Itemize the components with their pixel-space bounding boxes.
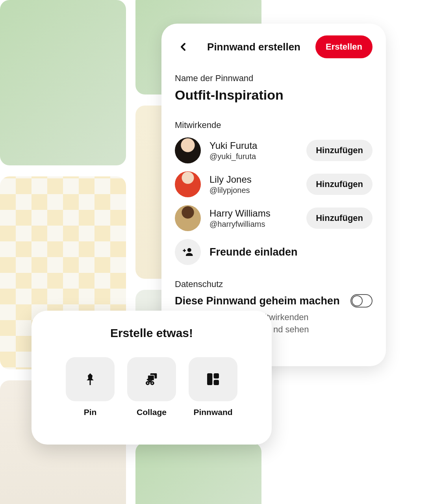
svg-rect-2 [184,249,185,252]
collaborator-row: Lily Jones @lilypjones Hinzufügen [175,171,373,197]
feed-tile [135,443,261,504]
chevron-left-icon [179,42,188,52]
collaborator-handle: @yuki_furuta [209,152,298,161]
create-option-collage[interactable]: Collage [127,357,176,417]
collaborator-row: Yuki Furuta @yuki_furuta Hinzufügen [175,137,373,163]
svg-point-0 [187,248,191,252]
svg-rect-3 [90,380,91,385]
collaborator-name: Lily Jones [209,174,298,185]
board-icon [205,371,221,387]
board-name-value[interactable]: Outfit-Inspiration [175,87,373,103]
collaborators-label: Mitwirkende [175,120,373,130]
svg-rect-12 [214,380,219,385]
create-option-pin[interactable]: Pin [66,357,115,417]
privacy-row: Diese Pinnwand geheim machen [175,294,373,308]
feed-tile [0,0,126,165]
privacy-toggle[interactable] [350,294,373,308]
create-options-row: Pin Collage [49,357,254,417]
invite-friends-row[interactable]: Freunde einladen [175,239,373,265]
invite-friends-label: Freunde einladen [209,246,298,258]
collage-scissors-icon [144,371,159,387]
modal-header: Pinnwand erstellen Erstellen [175,35,373,58]
collaborator-info: Lily Jones @lilypjones [209,174,298,195]
privacy-section-label: Datenschutz [175,279,373,289]
option-label: Pin [84,408,97,417]
collaborator-handle: @harryfwilliams [209,220,298,229]
add-collaborator-button[interactable]: Hinzufügen [306,174,373,195]
create-button[interactable]: Erstellen [315,35,373,58]
option-tile [127,357,176,401]
board-name-label: Name der Pinnwand [175,73,373,83]
svg-rect-10 [207,373,212,385]
create-something-popup: Erstelle etwas! Pin [32,311,272,445]
toggle-knob [352,295,363,306]
option-label: Collage [137,408,167,417]
collaborator-name: Harry Williams [209,208,298,219]
option-tile [66,357,115,401]
popup-title: Erstelle etwas! [49,326,254,340]
collaborator-name: Yuki Furuta [209,140,298,151]
collaborator-handle: @lilypjones [209,186,298,195]
avatar [175,137,201,163]
pin-icon [83,372,97,386]
collaborator-info: Yuki Furuta @yuki_furuta [209,140,298,161]
add-collaborator-button[interactable]: Hinzufügen [306,208,373,229]
collaborator-row: Harry Williams @harryfwilliams Hinzufüge… [175,205,373,231]
avatar [175,205,201,231]
privacy-title: Diese Pinnwand geheim machen [175,295,340,307]
create-option-board[interactable]: Pinnwand [189,357,237,417]
add-collaborator-button[interactable]: Hinzufügen [306,140,373,161]
modal-title: Pinnwand erstellen [192,41,315,53]
option-tile [189,357,237,401]
avatar [175,171,201,197]
svg-rect-11 [214,373,219,378]
back-button[interactable] [175,38,192,56]
option-label: Pinnwand [193,408,232,417]
person-add-icon [182,246,194,258]
collaborator-info: Harry Williams @harryfwilliams [209,208,298,229]
invite-icon-wrap [175,239,201,265]
